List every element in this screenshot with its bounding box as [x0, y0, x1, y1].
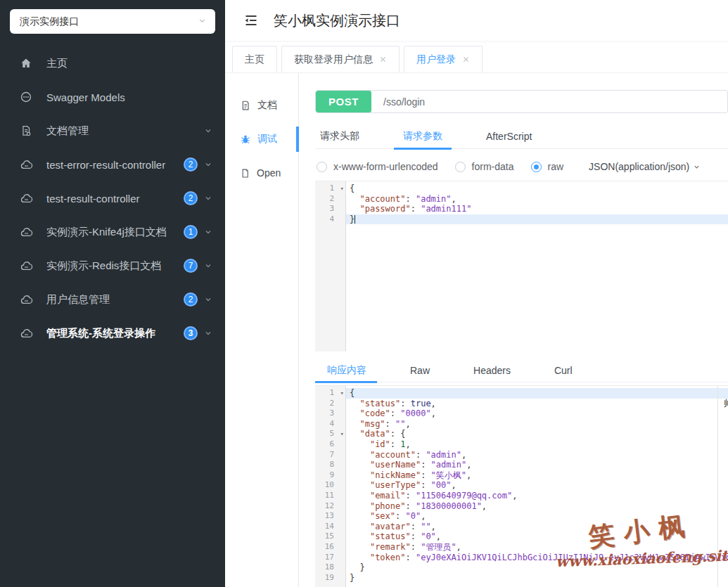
line-number: 2	[315, 194, 345, 205]
radio-option-form-data[interactable]: form-data	[455, 161, 514, 172]
sidebar-item-label: 实例演示-Redis接口文档	[46, 259, 177, 273]
code-line: "status": "0",	[346, 531, 728, 542]
line-number: 12	[315, 501, 345, 512]
sidebar-item[interactable]: 文档管理	[0, 114, 225, 148]
radio-circle	[455, 162, 466, 172]
sidebar-item[interactable]: 实例演示-Knife4j接口文档1	[0, 215, 225, 249]
file-icon	[240, 168, 250, 179]
sidebar-item-label: 主页	[46, 57, 212, 70]
document-tab-label: 获取登录用户信息	[294, 53, 373, 66]
count-badge: 3	[184, 326, 198, 340]
tool-item-调试[interactable]: 调试	[225, 122, 298, 156]
line-number: 4	[315, 214, 345, 225]
document-tab[interactable]: 主页	[232, 46, 277, 72]
count-badge: 2	[184, 292, 198, 307]
response-tab[interactable]: Headers	[473, 359, 511, 382]
radio-label: x-www-form-urlencoded	[333, 161, 438, 172]
editor-code-area[interactable]: { "status": true, "code": "0000", "msg":…	[346, 386, 728, 587]
line-number: 15	[315, 531, 345, 542]
document-tab[interactable]: 获取登录用户信息	[281, 46, 400, 72]
chevron-down-icon[interactable]	[204, 127, 212, 135]
radio-circle	[317, 162, 327, 172]
chevron-down-icon[interactable]	[204, 262, 212, 270]
content-type-label: JSON(application/json)	[589, 161, 689, 172]
line-number: 4	[315, 419, 345, 430]
code-line: "userType": "00",	[346, 480, 728, 491]
api-icon	[20, 192, 33, 205]
endpoint-path-input[interactable]: /sso/login	[371, 91, 727, 112]
line-number: 17	[315, 553, 345, 563]
tool-item-文档[interactable]: 文档	[225, 89, 298, 122]
line-number: 14	[315, 522, 345, 532]
code-line: "status": true,	[346, 399, 728, 409]
response-tab[interactable]: Raw	[410, 359, 430, 382]
code-line: "userName": "admin",	[346, 460, 728, 470]
sidebar-item[interactable]: test-error-result-controller2	[0, 148, 225, 181]
count-badge: 2	[184, 191, 198, 205]
sidebar-item[interactable]: 用户信息管理2	[0, 283, 225, 316]
project-select-value: 演示实例接口	[20, 15, 79, 28]
sidebar-item-label: 文档管理	[46, 124, 198, 138]
request-tab[interactable]: AfterScript	[486, 124, 532, 149]
chevron-down-icon[interactable]	[204, 228, 212, 236]
close-icon[interactable]	[379, 56, 387, 63]
swagger-icon	[20, 91, 33, 104]
editor-gutter: 1▾2345▾678910111213141516171819	[315, 386, 346, 587]
sidebar-item[interactable]: test-result-controller2	[0, 181, 225, 215]
edge-clipped-text: 帅	[724, 397, 728, 410]
top-header: 笑小枫实例演示接口	[225, 0, 728, 41]
code-line: }	[346, 562, 728, 573]
sidebar: 演示实例接口 主页Swagger Models文档管理test-error-re…	[0, 0, 225, 587]
tool-item-label: 调试	[257, 133, 277, 146]
line-number: 11	[315, 491, 345, 501]
content-type-dropdown[interactable]: JSON(application/json)	[589, 161, 701, 172]
request-body-editor: 1▾234{ "account": "admin", "password": "…	[315, 181, 728, 351]
docs-icon	[20, 124, 33, 138]
response-tabbar: 响应内容RawHeadersCurl	[315, 359, 728, 382]
content-panel: POST /sso/login 请求头部请求参数AfterScript x-ww…	[299, 73, 728, 587]
code-line: {	[346, 388, 728, 399]
code-line: "account": "admin",	[346, 194, 728, 205]
document-tab[interactable]: 用户登录	[404, 46, 483, 72]
chevron-down-icon[interactable]	[204, 194, 212, 202]
code-line: "remark": "管理员",	[346, 542, 728, 553]
sidebar-item-label: 管理系统-系统登录操作	[46, 327, 177, 340]
chevron-down-icon[interactable]	[204, 160, 212, 169]
code-line: }	[346, 573, 728, 583]
close-icon[interactable]	[462, 56, 470, 63]
line-number: 19	[315, 573, 345, 583]
sidebar-item[interactable]: 管理系统-系统登录操作3	[0, 316, 225, 350]
chevron-down-icon[interactable]	[204, 329, 212, 337]
project-select[interactable]: 演示实例接口	[10, 9, 215, 34]
menu-fold-icon[interactable]	[243, 11, 261, 30]
radio-label: raw	[548, 161, 564, 172]
radio-option-raw[interactable]: raw	[531, 161, 564, 172]
api-icon	[20, 327, 33, 340]
line-number: 5▾	[315, 429, 345, 439]
sidebar-item[interactable]: 主页	[0, 46, 225, 80]
line-number: 16	[315, 542, 345, 553]
code-line: "token": "eyJ0eXAiOiJKV1QiLCJhbGciOiJIUz…	[346, 553, 728, 563]
sidebar-item[interactable]: 实例演示-Redis接口文档7	[0, 249, 225, 283]
line-number: 18	[315, 562, 345, 573]
response-tab[interactable]: 响应内容	[327, 359, 366, 382]
request-tab[interactable]: 请求头部	[320, 124, 359, 149]
request-tab[interactable]: 请求参数	[403, 124, 442, 149]
endpoint-bar: POST /sso/login	[315, 90, 728, 113]
chevron-down-icon[interactable]	[204, 295, 212, 304]
tool-item-Open[interactable]: Open	[225, 156, 298, 190]
response-tab[interactable]: Curl	[554, 359, 573, 382]
code-line: "email": "1150640979@qq.com",	[346, 491, 728, 501]
editor-code-area[interactable]: { "account": "admin", "password": "admin…	[346, 181, 728, 351]
fold-marker-icon[interactable]: ▾	[340, 429, 344, 439]
code-line: "avatar": "",	[346, 522, 728, 532]
sidebar-item[interactable]: Swagger Models	[0, 80, 225, 114]
code-line: "phone": "18300000001",	[346, 501, 728, 512]
fold-marker-icon[interactable]: ▾	[340, 388, 344, 399]
sidebar-item-label: test-error-result-controller	[46, 159, 177, 171]
line-number: 3	[315, 408, 345, 419]
code-line: "data": {	[346, 429, 728, 439]
fold-marker-icon[interactable]: ▾	[340, 183, 344, 194]
radio-option-x-www-form-urlencoded[interactable]: x-www-form-urlencoded	[317, 161, 438, 172]
line-number: 1▾	[315, 388, 345, 399]
